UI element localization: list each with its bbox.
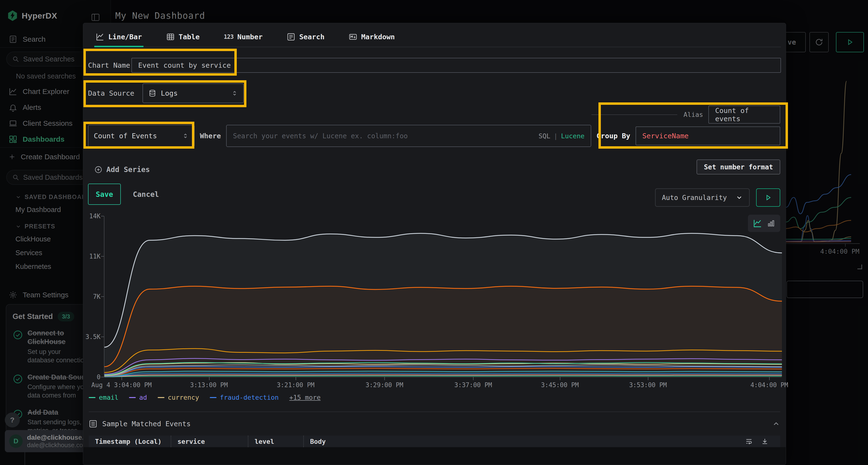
chart-name-label: Chart Name — [88, 61, 131, 69]
tab-number[interactable]: 123 Number — [222, 27, 264, 47]
legend-swatch — [158, 397, 164, 398]
legend-swatch — [129, 397, 136, 398]
timeseries-chart[interactable] — [104, 216, 781, 377]
alias-input[interactable]: Count of events — [708, 105, 780, 124]
x-axis-tick-label: 3:37:00 PM — [454, 381, 492, 389]
add-series-button[interactable]: Add Series — [94, 165, 150, 174]
x-axis-tick — [209, 377, 210, 380]
legend-item[interactable]: currency — [158, 394, 199, 401]
data-source-label: Data Source — [88, 89, 143, 97]
tab-label: Line/Bar — [108, 33, 142, 41]
x-axis-tick-label: 3:53:00 PM — [629, 381, 667, 389]
chevron-up-icon[interactable] — [772, 420, 780, 428]
list-icon — [287, 33, 296, 41]
events-table-body — [83, 447, 786, 465]
tab-markdown[interactable]: Markdown — [347, 27, 396, 47]
y-axis-tick-label: 0 — [83, 373, 100, 381]
legend-label: currency — [168, 394, 199, 401]
line-chart-icon — [96, 33, 104, 41]
table-column-header[interactable]: level — [248, 436, 303, 447]
x-axis-tick — [769, 377, 770, 380]
data-source-row: Data Source Logs — [88, 84, 781, 103]
lucene-toggle[interactable]: Lucene — [561, 132, 585, 140]
legend-label: email — [99, 394, 118, 401]
add-series-label: Add Series — [106, 165, 150, 174]
chevron-down-icon — [736, 194, 743, 201]
tab-line-bar[interactable]: Line/Bar — [94, 27, 144, 47]
y-axis-tick-label: 14K — [83, 212, 100, 220]
tab-table[interactable]: Table — [165, 27, 201, 47]
chart-name-value: Event count by service — [138, 61, 231, 69]
tab-search[interactable]: Search — [285, 27, 326, 47]
tab-label: Markdown — [361, 33, 395, 41]
y-axis-tick — [101, 256, 104, 257]
group-by-label: Group By — [596, 132, 630, 140]
save-button[interactable]: Save — [88, 184, 121, 205]
alias-row: Alias Count of events — [591, 105, 780, 124]
divider — [89, 411, 780, 412]
aggregation-value: Count of Events — [94, 132, 157, 140]
download-icon[interactable] — [761, 437, 769, 445]
x-axis-tick-label: 4:04:00 PM — [750, 381, 788, 389]
granularity-value: Auto Granularity — [662, 194, 727, 202]
alias-value: Count of events — [715, 106, 774, 123]
table-column-header[interactable]: Body — [303, 436, 780, 447]
x-axis-tick — [560, 377, 560, 380]
group-by-value: ServiceName — [642, 132, 689, 140]
play-icon — [764, 194, 772, 201]
app-root: HyperDX Search Saved Searches No saved s… — [0, 0, 868, 465]
x-axis-tick-label: 3:45:00 PM — [541, 381, 579, 389]
where-search-input[interactable]: Search your events w/ Lucene ex. column:… — [226, 125, 591, 147]
run-chart-button[interactable] — [756, 189, 780, 207]
sql-toggle[interactable]: SQL — [539, 132, 551, 140]
alias-label: Alias — [684, 111, 703, 118]
select-updown-icon — [182, 133, 189, 139]
x-axis-tick — [473, 377, 473, 380]
y-axis-tick — [101, 377, 104, 377]
legend-item[interactable]: email — [89, 394, 118, 401]
cancel-button[interactable]: Cancel — [133, 184, 159, 205]
table-column-header[interactable]: service — [171, 436, 248, 447]
y-axis-tick — [101, 296, 104, 297]
set-number-format-button[interactable]: Set number format — [696, 160, 780, 174]
legend-swatch — [210, 397, 217, 398]
sample-events-title: Sample Matched Events — [102, 420, 191, 428]
x-axis-tick — [122, 377, 122, 380]
list-icon — [89, 420, 97, 428]
chart-name-input[interactable]: Event count by service — [131, 58, 781, 73]
x-axis-tick — [384, 377, 385, 380]
table-column-header[interactable]: Timestamp (Local) — [89, 436, 171, 447]
where-placeholder: Search your events w/ Lucene ex. column:… — [233, 132, 408, 140]
edit-chart-modal: Line/Bar Table 123 Number Search Markdow… — [83, 23, 786, 465]
legend-item[interactable]: fraud-detection — [210, 394, 279, 401]
y-axis-tick-label: 7K — [83, 293, 100, 300]
legend-more-link[interactable]: +15 more — [289, 394, 321, 401]
chart-type-tabs: Line/Bar Table 123 Number Search Markdow… — [94, 27, 781, 47]
chart-name-row: Chart Name Event count by service — [88, 58, 781, 73]
sample-events-header[interactable]: Sample Matched Events — [89, 417, 780, 430]
y-axis-tick-label: 3.5K — [83, 333, 100, 340]
tab-label: Number — [237, 33, 262, 41]
aggregation-select[interactable]: Count of Events — [88, 125, 194, 147]
series-connector-line — [591, 114, 677, 115]
y-axis-tick-label: 11K — [83, 253, 100, 260]
x-axis-tick-label: 3:21:00 PM — [277, 381, 315, 389]
group-by-input[interactable]: ServiceName — [636, 127, 780, 145]
series-row: Count of Events Where Search your events… — [88, 125, 780, 147]
legend-item[interactable]: ad — [129, 394, 147, 401]
select-updown-icon — [231, 90, 238, 97]
tab-label: Search — [299, 33, 324, 41]
wrap-text-icon[interactable] — [745, 437, 753, 445]
query-language-toggle: SQL | Lucene — [539, 125, 585, 146]
granularity-select[interactable]: Auto Granularity — [655, 189, 750, 207]
y-axis-tick — [101, 216, 104, 217]
plus-circle-icon — [94, 166, 102, 174]
events-table-header: Timestamp (Local)servicelevelBody — [89, 436, 780, 447]
legend-label: fraud-detection — [220, 394, 279, 401]
data-source-select[interactable]: Logs — [143, 84, 244, 103]
x-axis-tick-label: 3:13:00 PM — [190, 381, 228, 389]
markdown-icon — [349, 33, 357, 41]
y-axis-tick — [101, 337, 104, 337]
database-icon — [148, 89, 156, 97]
x-axis-tick-label: Aug 4 3:04:00 PM — [91, 381, 152, 389]
